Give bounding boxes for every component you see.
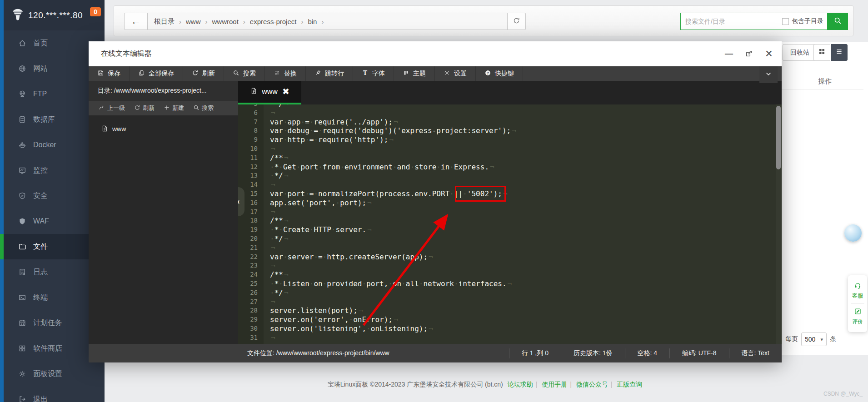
tree-action-button[interactable]: 刷新 xyxy=(130,104,158,112)
maximize-icon[interactable] xyxy=(743,48,754,59)
code-line: 7var·app·=·require('../app');¬ xyxy=(238,118,782,127)
sidebar-item-label: 数据库 xyxy=(33,115,55,124)
toolbar-button[interactable]: ? 快捷键 xyxy=(476,66,523,81)
toolbar-button[interactable]: 刷新 xyxy=(183,66,224,81)
toolbar-button[interactable]: 全部保存 xyxy=(130,66,183,81)
file-icon xyxy=(101,125,108,134)
tree-action-icon xyxy=(99,104,105,112)
list-view-button[interactable] xyxy=(831,44,848,61)
feedback-button[interactable]: 评价 xyxy=(848,305,867,328)
link-separator: | xyxy=(570,381,572,388)
link-separator: | xyxy=(611,381,613,388)
footer-link[interactable]: 论坛求助 xyxy=(508,381,533,388)
server-ip: 120.***.***.80 xyxy=(28,10,83,20)
assistant-bubble[interactable] xyxy=(844,224,862,242)
toolbar-button[interactable]: 主题 xyxy=(394,66,435,81)
toolbar-button-icon xyxy=(97,69,104,78)
code-line: 5·*/¬ xyxy=(238,104,782,109)
sidebar-item[interactable]: 面板设置 xyxy=(4,361,105,387)
status-history-versions[interactable]: 历史版本: 1份 xyxy=(561,348,625,358)
status-spaces[interactable]: 空格: 4 xyxy=(625,348,670,358)
code-editor[interactable]: 5·*/¬6¬7var·app·=·require('../app');¬8va… xyxy=(238,104,782,344)
sidebar-item-icon xyxy=(18,90,26,98)
tree-action-icon xyxy=(193,104,200,112)
notification-badge[interactable]: 0 xyxy=(90,7,101,16)
breadcrumb-item[interactable]: bin xyxy=(308,18,317,25)
toolbar-button[interactable]: 保存 xyxy=(89,66,130,81)
search-input[interactable] xyxy=(681,14,767,29)
toolbar-button[interactable]: 设置 xyxy=(435,66,476,81)
footer-link[interactable]: 正版查询 xyxy=(617,381,642,388)
per-page-select[interactable]: 500 ▾ xyxy=(801,333,827,346)
code-line: 8var·debug·=·require('debug')('express-p… xyxy=(238,126,782,135)
close-icon[interactable]: × xyxy=(763,48,774,59)
page-footer: 宝塔Linux面板 ©2014-2023 广东堡塔安全技术有限公司 (bt.cn… xyxy=(105,381,868,389)
sidebar-item-label: 网站 xyxy=(33,64,48,74)
divider xyxy=(851,303,864,304)
toolbar-button[interactable]: 替换 xyxy=(265,66,306,81)
breadcrumb-bar: ← 根目录 › www › wwwroot › express-project … xyxy=(124,13,526,30)
chevron-down-icon xyxy=(765,70,772,79)
tree-action-button[interactable]: 上一级 xyxy=(95,104,129,112)
sidebar-item-icon xyxy=(18,293,26,302)
customer-service-button[interactable]: 客服 xyxy=(848,279,867,303)
editor-tab-www[interactable]: www ✖ xyxy=(238,81,301,104)
code-line: 16app.set('port',·port);¬ xyxy=(238,199,782,208)
panel-collapse-handle[interactable]: ‹ xyxy=(238,187,244,216)
code-line: 13·*/¬ xyxy=(238,171,782,180)
breadcrumb-item[interactable]: express-project xyxy=(250,18,297,25)
toolbar-button-icon: ? xyxy=(484,69,491,78)
code-line: 28server.listen(port);¬ xyxy=(238,306,782,315)
footer-link[interactable]: 使用手册 xyxy=(542,381,567,388)
status-language[interactable]: 语言: Text xyxy=(729,348,782,358)
file-tree-item[interactable]: www xyxy=(89,122,238,136)
file-search-group: 包含子目录 xyxy=(680,13,848,30)
toolbar-button[interactable]: 跳转行 xyxy=(306,66,353,81)
status-encoding[interactable]: 编码: UTF-8 xyxy=(669,348,728,358)
editor-scrollbar[interactable] xyxy=(776,104,781,344)
status-cursor-position: 行 1 ,列 0 xyxy=(509,348,561,358)
toolbar-button-icon: T xyxy=(362,69,369,78)
tree-action-button[interactable]: 新建 xyxy=(160,104,188,112)
breadcrumb-item[interactable]: www xyxy=(186,18,201,25)
footer-link[interactable]: 微信公众号 xyxy=(576,381,608,388)
scrollbar-thumb[interactable] xyxy=(776,106,781,169)
file-manager-toolbar: ← 根目录 › www › wwwroot › express-project … xyxy=(114,5,853,36)
tree-action-button[interactable]: 搜索 xyxy=(190,104,217,112)
breadcrumb-item[interactable]: 根目录 xyxy=(154,17,175,26)
code-line: 23¬ xyxy=(238,261,782,270)
toolbar-button-label: 搜索 xyxy=(243,69,256,78)
tree-actions: 上一级 刷新 新建 xyxy=(89,101,238,115)
online-editor-modal: 在线文本编辑器 — × 保存 全部保存 xyxy=(89,41,782,362)
collapse-toolbar-button[interactable] xyxy=(759,66,778,83)
per-page-unit: 条 xyxy=(830,335,836,343)
chevron-right-icon: › xyxy=(205,18,208,25)
file-tree: www xyxy=(89,115,238,344)
toolbar-button-label: 主题 xyxy=(413,69,426,78)
sidebar-item[interactable]: 退出 xyxy=(4,387,105,402)
toolbar-button[interactable]: 搜索 xyxy=(224,66,265,81)
toolbar-button-icon xyxy=(233,69,239,78)
edit-icon xyxy=(854,308,862,317)
toolbar-button-icon xyxy=(192,69,199,78)
refresh-icon xyxy=(513,17,520,26)
tab-close-icon[interactable]: ✖ xyxy=(282,89,289,95)
refresh-dir-button[interactable] xyxy=(508,13,526,30)
subdir-checkbox[interactable] xyxy=(782,18,789,25)
minimize-icon[interactable]: — xyxy=(723,48,734,59)
breadcrumb: 根目录 › www › wwwroot › express-project › … xyxy=(148,13,508,30)
sidebar-item-label: 安全 xyxy=(33,191,48,201)
recycle-bin-button[interactable]: 回收站 xyxy=(783,44,817,61)
search-button[interactable] xyxy=(828,13,848,30)
code-line: 29server.on('error',·onError);¬ xyxy=(238,315,782,324)
back-button[interactable]: ← xyxy=(124,13,148,30)
breadcrumb-item[interactable]: wwwroot xyxy=(212,18,239,25)
grid-view-button[interactable] xyxy=(813,44,830,61)
modal-title-bar: 在线文本编辑器 — × xyxy=(89,41,782,66)
include-subdir: 包含子目录 xyxy=(782,13,823,30)
code-line: 26·*/¬ xyxy=(238,288,782,298)
toolbar-button[interactable]: T 字体 xyxy=(353,66,394,81)
bt-panel-page: 120.***.***.80 0 首页 网站 FTP xyxy=(0,0,868,402)
search-icon xyxy=(833,16,842,26)
sidebar-header: 120.***.***.80 0 xyxy=(4,0,105,30)
